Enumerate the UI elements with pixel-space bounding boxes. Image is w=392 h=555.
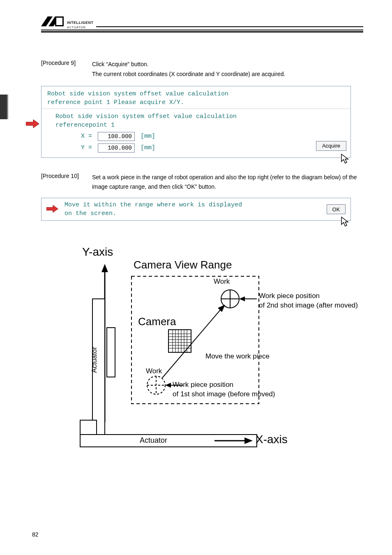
- brand-logo: INTELLIGENT ACTUATOR: [41, 16, 94, 29]
- header-rule: [41, 30, 363, 32]
- svg-marker-5: [341, 154, 348, 163]
- procedure-9-line1: Click “Acquire” button.: [92, 60, 363, 69]
- cursor-icon: [340, 153, 351, 165]
- svg-rect-3: [56, 18, 62, 25]
- dialog1-body-line1: Robot side vision system offset value ca…: [55, 112, 345, 121]
- work1-label: Work: [146, 367, 162, 375]
- page-number: 82: [32, 531, 39, 538]
- logo-underline: [96, 26, 364, 27]
- brand-name-bottom: ACTUATOR: [67, 26, 94, 29]
- pos1-line1: Work piece position: [173, 380, 275, 390]
- procedure-9-line2: The current robot coordinates (X coordin…: [92, 69, 363, 79]
- ok-button[interactable]: OK: [327, 204, 346, 214]
- x-unit: [mm]: [141, 133, 155, 140]
- actuator-h-label: Actuator: [140, 436, 167, 445]
- logo-glyph: [41, 16, 64, 29]
- svg-marker-4: [26, 120, 39, 128]
- procedure-9-label: [Procedure 9]: [41, 60, 86, 79]
- dialog2-msg-line1: Move it within the range where work is d…: [65, 201, 321, 209]
- cursor-icon: [340, 216, 351, 228]
- y-label: Y =: [81, 144, 92, 151]
- dialog1-body-line2: referencepoint 1: [55, 121, 345, 130]
- svg-rect-16: [168, 330, 191, 352]
- y-unit: [mm]: [141, 144, 155, 151]
- x-axis-label: X-axis: [256, 433, 288, 446]
- actuator-v-label: Actuator: [90, 347, 99, 373]
- x-label: X =: [81, 133, 92, 140]
- move-work-dialog: Move it within the range where work is d…: [41, 198, 351, 221]
- camera-label: Camera: [138, 315, 176, 328]
- procedure-10-text: Set a work piece in the range of robot o…: [92, 173, 363, 192]
- side-tab: [0, 95, 8, 119]
- dialog2-msg-line2: on the screen.: [65, 209, 321, 218]
- camera-view-label: Camera View Range: [134, 259, 232, 271]
- move-label: Move the work piece: [205, 352, 270, 361]
- procedure-9: [Procedure 9] Click “Acquire” button. Th…: [41, 60, 363, 79]
- pos1-line2: of 1st shot image (before moved): [173, 390, 275, 399]
- acquire-button[interactable]: Acquire: [316, 141, 346, 151]
- svg-marker-7: [341, 217, 348, 226]
- pos2-line2: of 2nd shot image (after moved): [259, 301, 358, 310]
- procedure-10: [Procedure 10] Set a work piece in the r…: [41, 173, 363, 192]
- y-axis-label: Y-axis: [82, 245, 113, 259]
- dialog1-title-line2: reference point 1 Please acquire X/Y.: [47, 98, 345, 107]
- svg-marker-33: [239, 296, 245, 301]
- arrow-right-icon: [26, 119, 40, 129]
- dialog1-title-line1: Robot side vision system offset value ca…: [47, 90, 345, 98]
- svg-marker-6: [46, 205, 58, 213]
- svg-marker-40: [218, 305, 225, 312]
- svg-marker-9: [101, 264, 108, 272]
- x-value-field[interactable]: 100.000: [98, 132, 135, 141]
- offset-calculation-dialog: Robot side vision system offset value ca…: [41, 86, 351, 158]
- svg-rect-14: [80, 420, 97, 435]
- y-value-field[interactable]: 100.000: [98, 143, 135, 153]
- arrow-right-icon: [46, 204, 59, 215]
- svg-rect-12: [107, 328, 115, 377]
- pos2-line1: Work piece position: [259, 291, 358, 301]
- procedure-10-label: [Procedure 10]: [41, 173, 86, 192]
- svg-marker-38: [165, 383, 171, 388]
- work2-label: Work: [214, 278, 230, 286]
- camera-view-diagram: Y-axis Camera View Range Work Work piece…: [70, 245, 366, 467]
- brand-name-top: INTELLIGENT: [67, 21, 94, 26]
